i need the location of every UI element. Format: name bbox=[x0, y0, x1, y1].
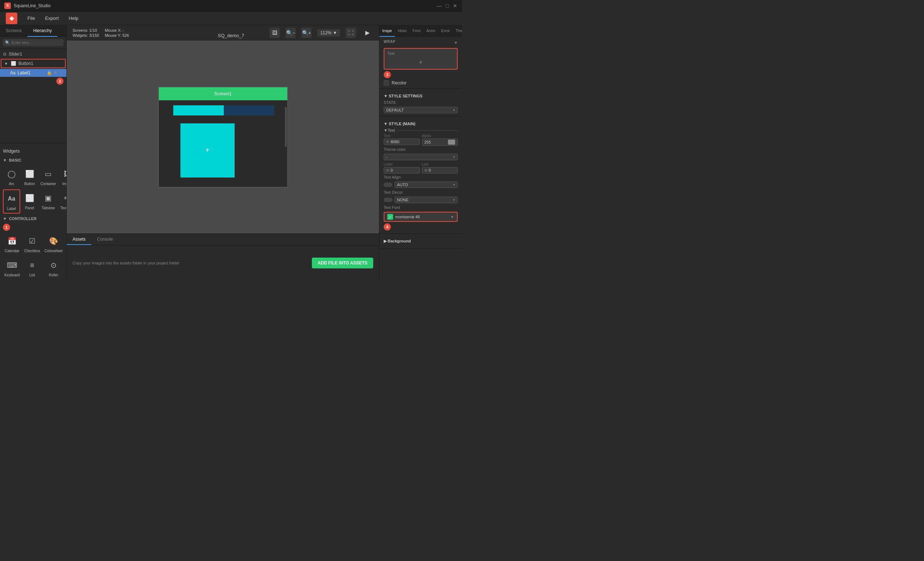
tab-hierarchy[interactable]: Hierarchy bbox=[27, 25, 57, 37]
widget-container[interactable]: ▭ Container bbox=[39, 165, 57, 188]
export-menu[interactable]: Export bbox=[41, 14, 63, 22]
screenshot-button[interactable]: 🖼 bbox=[270, 28, 280, 38]
app-title: SquareLine_Studio bbox=[14, 3, 434, 8]
text-value-field[interactable]: 8080 bbox=[384, 139, 420, 145]
zoom-out-button[interactable]: 🔍− bbox=[285, 28, 296, 38]
tree-item-slider1[interactable]: ⊙ Slider1 bbox=[0, 50, 66, 58]
screens-info: Screens: 1/10 Widgets: 3/150 bbox=[72, 28, 99, 37]
tab-error[interactable]: Error bbox=[438, 25, 453, 37]
search-bar: 🔍 bbox=[0, 37, 66, 49]
state-select[interactable]: DEFAULT bbox=[384, 107, 458, 113]
play-button[interactable]: ▶ bbox=[362, 27, 373, 39]
slider-widget[interactable] bbox=[173, 105, 274, 115]
widget-list[interactable]: ≡ List bbox=[23, 256, 42, 279]
theme-color-select[interactable]: - bbox=[384, 154, 458, 160]
wrap-section: WRAP ▼ Text + 3 Recolor bbox=[380, 37, 462, 89]
file-menu[interactable]: File bbox=[23, 14, 39, 22]
line-label: Line bbox=[422, 162, 458, 166]
fullscreen-button[interactable]: ⛶ bbox=[346, 28, 356, 38]
section-controller: ▼ CONTROLLER bbox=[3, 217, 63, 221]
vertical-scrollbar[interactable] bbox=[285, 107, 286, 147]
widget-arc[interactable]: ◯ Arc bbox=[3, 165, 20, 188]
lock-icon[interactable]: 🔒 bbox=[46, 70, 52, 75]
minimize-button[interactable]: — bbox=[437, 3, 442, 8]
widget-label[interactable]: Aa Label bbox=[3, 189, 20, 214]
add-file-button[interactable]: ADD FILE INTO ASSETS bbox=[312, 257, 373, 268]
mouse-y-value: 526 bbox=[122, 33, 129, 37]
font-name-value: montserrat 48 bbox=[395, 215, 448, 219]
more-icon[interactable]: ⋮ bbox=[59, 70, 63, 75]
tab-history[interactable]: Histo bbox=[395, 25, 410, 37]
style-main-section: ▼ STYLE (MAIN) ▼ Text Text 8080 Alpha bbox=[380, 117, 462, 234]
text-decor-toggle[interactable] bbox=[384, 198, 392, 202]
recolor-row: Recolor bbox=[384, 81, 458, 85]
style-settings-header[interactable]: ▼ STYLE SETTINGS bbox=[384, 92, 458, 100]
zoom-control[interactable]: 112% ▼ bbox=[317, 29, 340, 36]
background-header[interactable]: ▶ Background bbox=[384, 237, 458, 246]
close-button[interactable]: ✕ bbox=[453, 3, 458, 8]
widget-calendar[interactable]: 📅 Calendar bbox=[3, 232, 21, 255]
left-panel-tabs: Screens Hierarchy bbox=[0, 25, 66, 37]
tab-theme[interactable]: Them bbox=[453, 25, 462, 37]
panel-icon: ⬜ bbox=[23, 191, 36, 205]
keyboard-icon: ⌨ bbox=[5, 259, 18, 272]
text-align-toggle[interactable] bbox=[384, 183, 392, 187]
widget-textarea[interactable]: ✏ Textarea bbox=[59, 189, 66, 214]
text-add-icon[interactable]: + bbox=[418, 59, 423, 66]
screen-name: Screen1 bbox=[214, 91, 231, 96]
state-label: STATE bbox=[384, 100, 458, 105]
window-controls: — □ ✕ bbox=[437, 3, 458, 8]
style-settings-section: ▼ STYLE SETTINGS STATE DEFAULT bbox=[380, 89, 462, 117]
screens-value: 1/10 bbox=[89, 28, 97, 33]
widget-checkbox[interactable]: ☑ Checkbox bbox=[23, 232, 42, 255]
tab-font[interactable]: Font bbox=[410, 25, 423, 37]
text-align-control: AUTO bbox=[384, 181, 458, 188]
maximize-button[interactable]: □ bbox=[445, 3, 450, 8]
badge-2: 2 bbox=[56, 78, 63, 85]
style-main-header[interactable]: ▼ STYLE (MAIN) bbox=[384, 120, 458, 128]
widget-dropdown[interactable]: ▽ Dropdown bbox=[65, 232, 66, 255]
main-layout: Screens Hierarchy 🔍 ⊙ Slider1 ▼ ⬜ Button… bbox=[0, 25, 462, 280]
widget-keyboard[interactable]: ⌨ Keyboard bbox=[3, 256, 21, 279]
screen-container: Screen1 + bbox=[158, 87, 288, 188]
alpha-value-field[interactable]: 255 bbox=[422, 139, 458, 146]
widget-panel[interactable]: ⬜ Panel bbox=[22, 189, 38, 214]
mouse-x-label: Mouse X: bbox=[105, 28, 121, 33]
tab-screens[interactable]: Screens bbox=[0, 25, 27, 37]
text-decor-select[interactable]: NONE bbox=[394, 197, 458, 203]
wrap-label: WRAP bbox=[384, 40, 396, 43]
widget-image[interactable]: 🖼 Image bbox=[59, 165, 66, 188]
tab-inspector[interactable]: Inspe bbox=[380, 25, 395, 37]
zoom-in-button[interactable]: 🔍+ bbox=[302, 28, 312, 38]
widget-tabview[interactable]: ▣ Tabview bbox=[39, 189, 57, 214]
tab-assets[interactable]: Assets bbox=[67, 234, 92, 245]
help-menu[interactable]: Help bbox=[64, 14, 83, 22]
menubar: ◈ File Export Help SQ_demo_7 bbox=[0, 12, 462, 25]
text-align-select[interactable]: AUTO bbox=[394, 181, 458, 188]
canvas-area[interactable]: Screen1 + bbox=[67, 40, 379, 233]
badge-1: 1 bbox=[3, 224, 10, 231]
recolor-label: Recolor bbox=[392, 81, 406, 85]
letter-val: 0 bbox=[390, 168, 393, 172]
text-content-box[interactable]: Text + bbox=[384, 48, 458, 70]
line-field[interactable]: 0 bbox=[422, 167, 458, 174]
calendar-icon: 📅 bbox=[5, 235, 18, 247]
expand-icon: ▼ bbox=[4, 62, 8, 66]
tab-console[interactable]: Console bbox=[92, 234, 119, 245]
widget-button[interactable]: ⬜ Button bbox=[22, 165, 38, 188]
search-input[interactable] bbox=[3, 39, 63, 46]
text-font-box[interactable]: ✓ montserrat 48 ▼ bbox=[384, 212, 458, 222]
tree-item-label1[interactable]: Aa Label1 🔒 👁 ⋮ bbox=[0, 69, 66, 77]
button-widget-canvas[interactable]: + bbox=[180, 123, 235, 178]
recolor-checkbox[interactable] bbox=[384, 81, 389, 85]
tree-item-button1[interactable]: ▼ ⬜ Button1 bbox=[1, 59, 66, 68]
text-align-select-wrapper: AUTO bbox=[394, 181, 458, 188]
tab-anim[interactable]: Anim bbox=[423, 25, 438, 37]
mouse-x-value: - bbox=[123, 28, 124, 33]
widget-roller[interactable]: ⊙ Roller bbox=[43, 256, 64, 279]
letter-field[interactable]: 0 bbox=[384, 167, 420, 174]
state-select-wrapper: DEFAULT bbox=[384, 107, 458, 113]
widget-colorwheel[interactable]: 🎨 Colorwheel bbox=[43, 232, 64, 255]
eye-icon[interactable]: 👁 bbox=[53, 70, 58, 75]
text-decor-select-wrapper: NONE bbox=[394, 197, 458, 203]
